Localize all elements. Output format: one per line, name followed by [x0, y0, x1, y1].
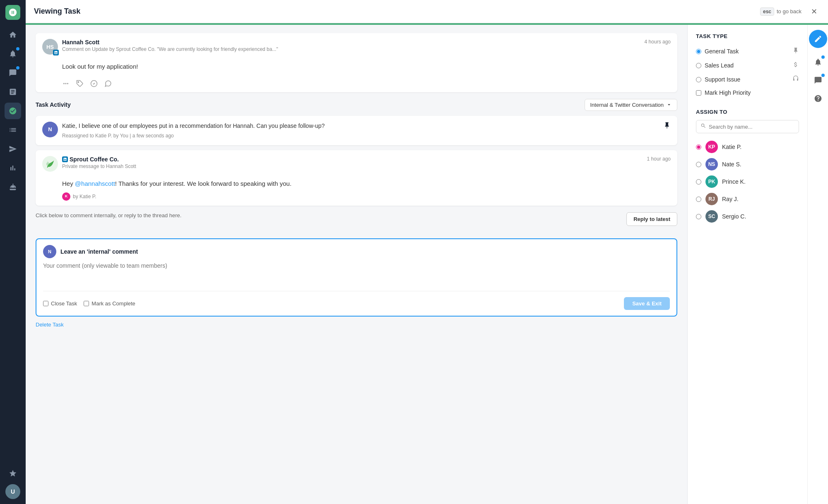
notifications-badge — [16, 47, 19, 50]
activity-filter[interactable]: Internal & Twitter Conversation — [585, 99, 677, 111]
sergio-name: Sergio C. — [722, 213, 746, 220]
message-time: 4 hours ago — [645, 39, 671, 45]
page-title: Viewing Task — [34, 7, 760, 16]
tag-icon[interactable] — [76, 80, 84, 87]
close-task-label: Close Task — [51, 300, 77, 307]
sidebar-item-messages[interactable] — [5, 65, 21, 81]
headset-icon — [792, 75, 799, 84]
assignee-prince[interactable]: PK Prince K. — [696, 173, 799, 190]
assignee-katie-radio[interactable] — [696, 144, 701, 150]
high-priority-checkbox[interactable] — [696, 90, 701, 96]
right-action-bar — [807, 25, 828, 504]
task-type-general[interactable]: General Task — [696, 44, 799, 58]
note-body: Katie, I believe one of our employees pu… — [62, 122, 659, 130]
save-area: Save & Exit — [624, 297, 670, 310]
mark-complete-input[interactable] — [84, 301, 89, 306]
message-context: Comment on Update by Sprout Coffee Co. "… — [62, 46, 640, 52]
more-icon[interactable] — [62, 80, 70, 87]
pin-icon[interactable] — [663, 122, 671, 131]
task-type-title: Task Type — [696, 33, 799, 39]
assignee-ray[interactable]: RJ Ray J. — [696, 190, 799, 208]
internal-note-text: Katie, I believe one of our employees pu… — [62, 122, 659, 139]
sent-by-label: by Katie P. — [73, 193, 96, 200]
reply-icon[interactable] — [104, 80, 112, 87]
assignee-katie[interactable]: KP Katie P. — [696, 138, 799, 156]
mention-tag: @hannahscott — [75, 180, 115, 187]
assignee-nate[interactable]: NS Nate S. — [696, 156, 799, 173]
task-type-general-radio[interactable] — [696, 49, 701, 54]
assignee-prince-radio[interactable] — [696, 179, 701, 185]
activity-title: Task Activity — [36, 101, 71, 108]
sidebar-item-tasks[interactable] — [5, 103, 21, 119]
search-icon — [700, 123, 706, 130]
reply-section: Reply to latest Click below to comment i… — [36, 212, 677, 218]
right-notifications-icon[interactable] — [811, 55, 826, 70]
reply-to-latest-button[interactable]: Reply to latest — [626, 212, 677, 226]
sent-by: K by Katie P. — [62, 192, 671, 201]
main-content: Viewing Task esc to go back ✕ HS — [26, 0, 828, 504]
user-avatar[interactable]: U — [5, 484, 20, 499]
note-meta: Reassigned to Katie P. by You | a few se… — [62, 132, 659, 139]
message-header: HS Hannah Scott Comment on Update by Spr… — [36, 33, 677, 58]
high-priority-item[interactable]: Mark High Priority — [696, 86, 799, 99]
linkedin-icon — [62, 156, 68, 162]
assignee-nate-radio[interactable] — [696, 162, 701, 167]
katie-name: Katie P. — [722, 144, 741, 150]
sprout-time: 1 hour ago — [647, 156, 671, 162]
app-logo[interactable] — [5, 5, 20, 20]
sidebar-item-bot[interactable] — [5, 179, 21, 195]
task-type-sales-radio[interactable] — [696, 63, 701, 68]
svg-point-0 — [78, 82, 79, 82]
sidebar-item-analytics[interactable] — [5, 160, 21, 176]
assignee-sergio-radio[interactable] — [696, 214, 701, 219]
assign-to-title: Assign To — [696, 109, 799, 115]
task-type-support-radio[interactable] — [696, 77, 701, 82]
assignee-search-input[interactable] — [709, 124, 794, 130]
complete-icon[interactable] — [90, 80, 98, 87]
mark-complete-checkbox[interactable]: Mark as Complete — [84, 300, 135, 307]
sprout-text: Hey @hannahscott! Thanks for your intere… — [62, 180, 291, 187]
comment-textarea[interactable] — [43, 262, 670, 291]
task-type-sales-label: Sales Lead — [705, 62, 792, 69]
task-type-sales[interactable]: Sales Lead — [696, 58, 799, 72]
sprout-body: Hey @hannahscott! Thanks for your intere… — [36, 175, 677, 206]
assignee-sergio[interactable]: SC Sergio C. — [696, 208, 799, 225]
sprout-meta: Sprout Coffee Co. Private message to Han… — [62, 156, 643, 169]
ray-name: Ray J. — [722, 196, 739, 202]
close-task-checkbox[interactable]: Close Task — [43, 300, 77, 307]
task-type-section: Task Type General Task Sales Lead — [696, 33, 799, 99]
sprout-sender: Sprout Coffee Co. — [70, 156, 119, 163]
right-bell-badge — [821, 55, 825, 59]
close-task-input[interactable] — [43, 301, 48, 306]
sprout-header: Sprout Coffee Co. Private message to Han… — [36, 150, 677, 175]
assignee-search-box[interactable] — [696, 120, 799, 133]
save-exit-button[interactable]: Save & Exit — [624, 297, 670, 310]
comment-box-title: Leave an 'internal' comment — [60, 248, 138, 255]
right-help-icon[interactable] — [811, 91, 826, 106]
sidebar-item-send[interactable] — [5, 141, 21, 157]
sidebar-item-list[interactable] — [5, 122, 21, 138]
comment-footer: Close Task Mark as Complete Save & Exit — [43, 297, 670, 310]
compose-button[interactable] — [809, 30, 827, 48]
sidebar-item-home[interactable] — [5, 26, 21, 43]
sidebar-item-inbox[interactable] — [5, 84, 21, 100]
sender-name: Hannah Scott — [62, 39, 640, 46]
sidebar-item-notifications[interactable] — [5, 46, 21, 62]
close-button[interactable]: ✕ — [808, 6, 820, 17]
message-meta: Hannah Scott Comment on Update by Sprout… — [62, 39, 640, 52]
right-panel: Task Type General Task Sales Lead — [687, 25, 807, 504]
assignee-ray-radio[interactable] — [696, 197, 701, 202]
internal-note-header: N Katie, I believe one of our employees … — [42, 122, 671, 139]
sidebar-item-star[interactable] — [5, 465, 21, 482]
topbar: Viewing Task esc to go back ✕ — [26, 0, 828, 23]
task-type-support-label: Support Issue — [705, 76, 792, 83]
delete-task-link[interactable]: Delete Task — [36, 322, 64, 328]
message-card: HS Hannah Scott Comment on Update by Spr… — [36, 33, 677, 92]
right-chat-icon[interactable] — [811, 73, 826, 88]
mark-complete-label: Mark as Complete — [91, 300, 135, 307]
sprout-sub: Private message to Hannah Scott — [62, 163, 643, 169]
comment-box: N Leave an 'internal' comment Close Task… — [36, 238, 677, 317]
task-panel: HS Hannah Scott Comment on Update by Spr… — [26, 25, 687, 504]
sergio-avatar: SC — [705, 210, 718, 223]
task-type-support[interactable]: Support Issue — [696, 72, 799, 86]
